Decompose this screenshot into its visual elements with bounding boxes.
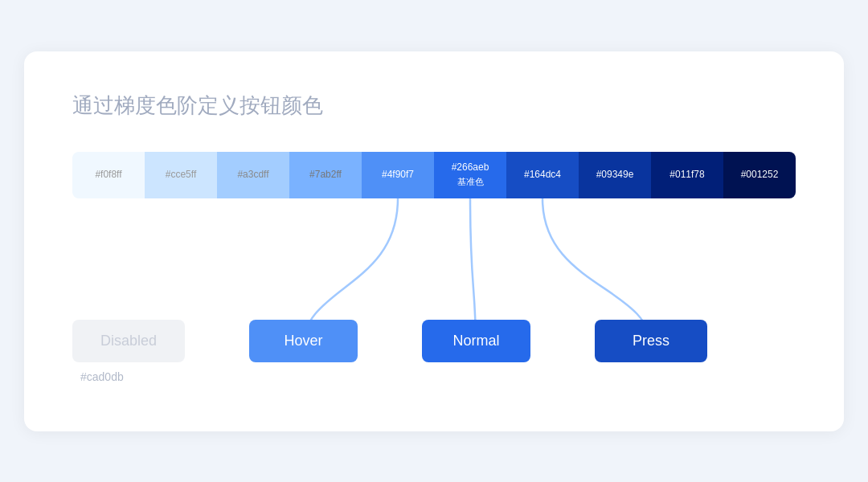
main-card: 通过梯度色阶定义按钮颜色 #f0f8ff#cce5ff#a3cdff#7ab2f…	[24, 51, 844, 431]
palette-item-1: #cce5ff	[145, 152, 217, 198]
disabled-col: Disabled #cad0db	[72, 320, 185, 383]
page-title: 通过梯度色阶定义按钮颜色	[72, 92, 796, 120]
normal-button[interactable]: Normal	[422, 320, 530, 362]
hover-button[interactable]: Hover	[249, 320, 358, 362]
palette-item-4: #4f90f7	[362, 152, 434, 198]
palette-item-0: #f0f8ff	[72, 152, 145, 198]
palette-item-8: #011f78	[651, 152, 723, 198]
color-palette: #f0f8ff#cce5ff#a3cdff#7ab2ff#4f90f7#266a…	[72, 152, 796, 198]
press-button[interactable]: Press	[595, 320, 707, 362]
palette-item-3: #7ab2ff	[289, 152, 362, 198]
palette-item-7: #09349e	[579, 152, 651, 198]
palette-item-6: #164dc4	[506, 152, 579, 198]
palette-item-9: #001252	[723, 152, 796, 198]
disabled-button: Disabled	[72, 320, 185, 362]
disabled-hex-label: #cad0db	[72, 370, 124, 383]
palette-item-2: #a3cdff	[217, 152, 289, 198]
palette-item-5: #266aeb基准色	[434, 152, 506, 198]
